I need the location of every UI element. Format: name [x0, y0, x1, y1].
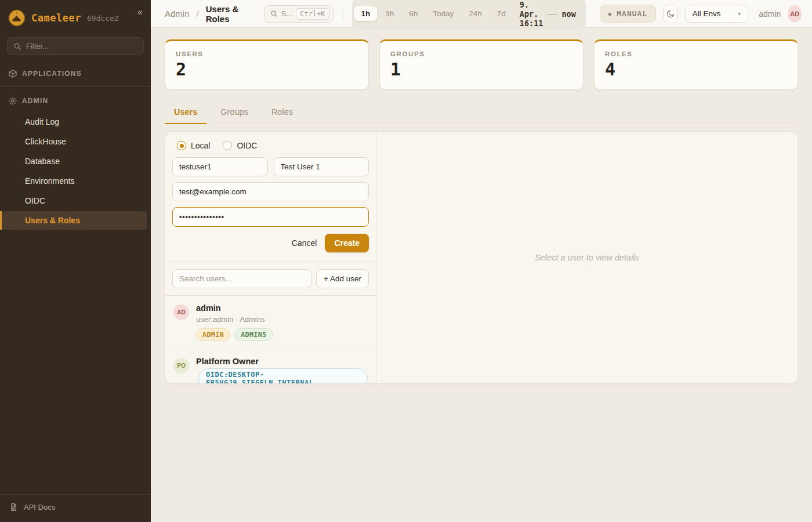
users-panel-left: Local OIDC — [165, 132, 376, 383]
search-icon — [13, 42, 21, 50]
user-avatar[interactable]: AD — [788, 5, 802, 23]
user-info: admin user:admin · Admins ADMIN ADMINS — [196, 303, 273, 341]
stats-row: USERS 2 GROUPS 1 ROLES 4 — [165, 39, 798, 90]
user-name: admin — [196, 303, 273, 313]
email-field[interactable] — [172, 182, 369, 201]
radio-oidc[interactable]: OIDC — [223, 141, 257, 150]
sidebar: Cameleer 69dcce2 « APPLICATIONS — [0, 0, 151, 522]
user-info: Platform Owner OIDC:DESKTOP-FB5VGJ9.SIEG… — [196, 357, 368, 384]
display-name-field[interactable] — [274, 157, 369, 176]
users-panel: Local OIDC — [165, 131, 798, 384]
user-detail-panel: Select a user to view details — [376, 132, 798, 383]
username-field[interactable] — [172, 157, 268, 176]
radio-local[interactable]: Local — [177, 141, 210, 150]
breadcrumb-separator: / — [197, 9, 199, 19]
tab-roles[interactable]: Roles — [262, 102, 302, 124]
sidebar-item-audit-log[interactable]: Audit Log — [0, 113, 151, 131]
main-area: Admin / Users & Roles S... Ctrl+K 1h 3h … — [151, 0, 812, 522]
user-meta: user:admin · Admins — [196, 315, 273, 324]
stat-label: USERS — [176, 50, 358, 57]
radio-local-dot — [177, 141, 186, 150]
top-header: Admin / Users & Roles S... Ctrl+K 1h 3h … — [151, 0, 812, 28]
radio-oidc-label: OIDC — [237, 141, 257, 150]
stat-label: GROUPS — [390, 50, 572, 57]
sidebar-item-database[interactable]: Database — [0, 152, 151, 171]
content-area: USERS 2 GROUPS 1 ROLES 4 Users Groups Ro… — [151, 28, 812, 522]
stat-value: 4 — [605, 60, 787, 79]
cancel-button[interactable]: Cancel — [292, 238, 317, 248]
sidebar-divider — [0, 86, 151, 87]
radio-local-label: Local — [191, 141, 210, 150]
time-option-7d[interactable]: 7d — [490, 6, 513, 21]
auth-type-radios: Local OIDC — [172, 140, 369, 157]
search-icon — [270, 10, 278, 17]
tab-users[interactable]: Users — [165, 102, 206, 124]
sidebar-filter[interactable] — [7, 37, 144, 55]
role-badge: ADMIN — [196, 328, 230, 341]
sidebar-item-environments[interactable]: Environments — [0, 172, 151, 190]
time-option-6h[interactable]: 6h — [402, 6, 425, 21]
build-hash: 69dcce2 — [87, 14, 119, 23]
password-field[interactable] — [172, 207, 369, 227]
user-name: Platform Owner — [196, 357, 368, 366]
time-option-today[interactable]: Today — [426, 6, 461, 21]
user-list: AD admin user:admin · Admins ADMIN ADMIN… — [165, 296, 376, 384]
api-docs-link[interactable]: API Docs — [0, 494, 151, 522]
app-root: Cameleer 69dcce2 « APPLICATIONS — [0, 0, 812, 522]
time-option-1h[interactable]: 1h — [354, 6, 377, 21]
stat-card-roles: ROLES 4 — [594, 39, 798, 90]
user-badges: ADMIN ADMINS — [196, 328, 273, 341]
sidebar-item-oidc[interactable]: OIDC — [0, 191, 151, 210]
user-search-row: + Add user — [165, 262, 376, 296]
add-user-button[interactable]: + Add user — [316, 269, 369, 288]
user-list-item-admin[interactable]: AD admin user:admin · Admins ADMIN ADMIN… — [165, 296, 376, 349]
search-users-input[interactable] — [172, 269, 311, 288]
cube-icon — [8, 69, 17, 78]
stat-value: 2 — [176, 60, 358, 79]
stat-card-groups: GROUPS 1 — [379, 39, 583, 90]
empty-detail-message: Select a user to view details — [535, 253, 639, 262]
current-user-name: admin — [759, 9, 781, 19]
chevron-down-icon: ▾ — [738, 10, 741, 17]
sidebar-item-clickhouse[interactable]: ClickHouse — [0, 132, 151, 151]
time-range-display[interactable]: 9. Apr. 16:11 — now — [514, 0, 584, 28]
time-separator: — — [548, 9, 557, 19]
sidebar-section-applications[interactable]: APPLICATIONS — [0, 63, 151, 84]
theme-toggle-button[interactable] — [663, 5, 678, 23]
oidc-provider-pill: OIDC:DESKTOP-FB5VGJ9.SIEGELN.INTERNAL — [198, 368, 368, 384]
sidebar-filter-input[interactable] — [26, 42, 137, 50]
time-to: now — [561, 9, 575, 19]
breadcrumb-parent[interactable]: Admin — [165, 9, 190, 19]
create-button[interactable]: Create — [325, 234, 369, 252]
user-avatar: AD — [173, 304, 189, 320]
brand-name: Cameleer — [31, 12, 81, 24]
user-list-item-platform-owner[interactable]: PO Platform Owner OIDC:DESKTOP-FB5VGJ9.S… — [165, 349, 376, 384]
gear-icon — [8, 96, 17, 106]
search-shortcut-badge: Ctrl+K — [296, 8, 329, 20]
global-search-placeholder: S... — [281, 9, 293, 18]
section-label: APPLICATIONS — [22, 70, 82, 78]
radio-oidc-dot — [223, 141, 232, 150]
tabs-row: Users Groups Roles — [165, 102, 798, 124]
time-option-24h[interactable]: 24h — [462, 6, 489, 21]
user-avatar: PO — [173, 358, 189, 374]
environment-select[interactable]: All Envs ▾ — [685, 5, 748, 23]
api-docs-label: API Docs — [24, 503, 55, 512]
sidebar-section-admin[interactable]: ADMIN — [0, 90, 151, 111]
tab-groups[interactable]: Groups — [211, 102, 258, 124]
global-search[interactable]: S... Ctrl+K — [264, 5, 334, 23]
header-divider — [343, 6, 343, 21]
refresh-mode-button[interactable]: ● MANUAL — [600, 5, 656, 23]
time-from: 9. Apr. 16:11 — [520, 0, 543, 28]
stat-label: ROLES — [605, 50, 787, 57]
manual-label: MANUAL — [617, 9, 647, 18]
environment-value: All Envs — [693, 9, 721, 18]
sidebar-item-users-roles[interactable]: Users & Roles — [0, 211, 147, 230]
brand-header: Cameleer 69dcce2 « — [0, 0, 151, 35]
collapse-sidebar-icon[interactable]: « — [137, 7, 143, 17]
time-option-3h[interactable]: 3h — [378, 6, 401, 21]
breadcrumb-current: Users & Roles — [206, 4, 252, 24]
time-range-selector: 1h 3h 6h Today 24h 7d 9. Apr. 16:11 — no… — [352, 0, 585, 30]
camel-logo-icon — [8, 9, 26, 27]
document-icon — [9, 503, 18, 512]
